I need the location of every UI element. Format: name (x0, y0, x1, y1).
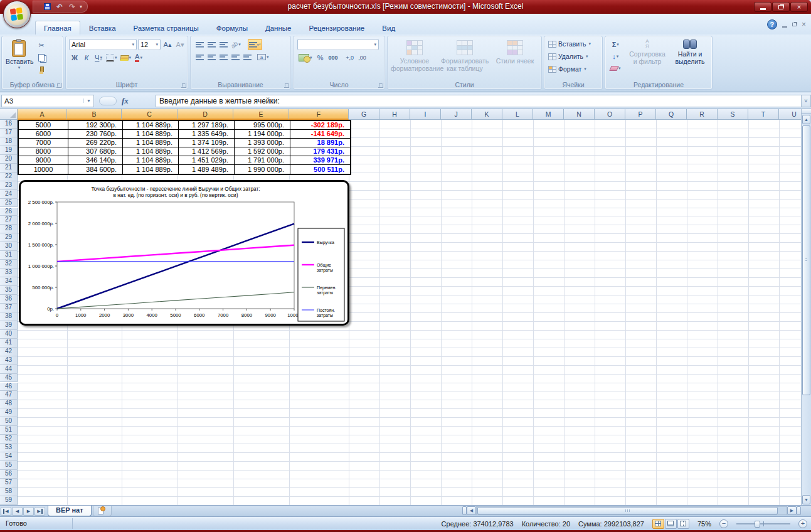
dialog-launcher-icon[interactable] (181, 83, 186, 88)
office-button[interactable] (3, 1, 31, 28)
number-format-combo[interactable]: ▾ (297, 39, 379, 50)
formula-input[interactable]: Введите данные в желтые ячейки: (156, 95, 801, 107)
row-header-31[interactable]: 31 (0, 251, 18, 260)
ribbon-tab-6[interactable]: Вид (373, 21, 404, 35)
row-header-55[interactable]: 55 (0, 461, 18, 470)
row-header-30[interactable]: 30 (0, 242, 18, 251)
column-header-P[interactable]: P (625, 109, 656, 120)
cell-B21[interactable]: 384 600р. (68, 165, 123, 174)
row-header-27[interactable]: 27 (0, 216, 18, 225)
insert-cells-button[interactable]: Вставить▾ (546, 38, 601, 50)
align-middle-button[interactable] (206, 39, 217, 50)
row-header-16[interactable]: 16 (0, 120, 18, 129)
conditional-formatting-button[interactable]: Условное форматирование (390, 38, 439, 82)
cell-D19[interactable]: 1 412 569р. (179, 147, 235, 156)
cell-F17[interactable]: -141 649р. (290, 130, 350, 139)
row-header-50[interactable]: 50 (0, 417, 18, 426)
sheet-tab-bep-nat[interactable]: BEP нат (48, 506, 92, 516)
cell-styles-button[interactable]: Стили ячеек (490, 38, 539, 82)
find-select-button[interactable]: Найти и выделить (671, 39, 709, 65)
row-header-57[interactable]: 57 (0, 479, 18, 487)
zoom-slider[interactable] (736, 519, 790, 528)
zoom-in-button[interactable]: + (798, 519, 807, 528)
align-left-button[interactable] (194, 51, 205, 63)
row-header-47[interactable]: 47 (0, 391, 18, 400)
scroll-left-button[interactable]: ◀ (467, 506, 476, 515)
vertical-scrollbar[interactable]: ▲ ▼ (801, 109, 811, 505)
column-header-E[interactable]: E (233, 109, 289, 120)
cell-C17[interactable]: 1 104 889р. (123, 130, 179, 139)
borders-button[interactable]: ▾ (105, 52, 119, 63)
row-header-39[interactable]: 39 (0, 321, 18, 330)
column-header-I[interactable]: I (410, 109, 441, 120)
fill-color-button[interactable]: ▾ (119, 52, 133, 63)
column-header-J[interactable]: J (441, 109, 472, 120)
delete-cells-button[interactable]: Удалить▾ (546, 50, 601, 63)
row-header-49[interactable]: 49 (0, 408, 18, 417)
cell-C18[interactable]: 1 104 889р. (123, 139, 179, 147)
select-all-corner[interactable] (0, 109, 18, 120)
row-header-48[interactable]: 48 (0, 400, 18, 408)
row-header-42[interactable]: 42 (0, 348, 18, 356)
vertical-scrollbar-thumb[interactable] (802, 125, 810, 395)
cell-E16[interactable]: 995 000р. (235, 121, 290, 130)
italic-button[interactable]: К (81, 52, 92, 63)
dialog-launcher-icon[interactable] (378, 83, 383, 88)
autosum-button[interactable]: Σ▾ (609, 39, 622, 50)
dialog-launcher-icon[interactable] (284, 83, 289, 88)
column-header-D[interactable]: D (178, 109, 233, 120)
cell-A18[interactable]: 7000 (19, 139, 68, 147)
column-header-N[interactable]: N (564, 109, 595, 120)
dialog-launcher-icon[interactable] (56, 83, 61, 88)
row-header-24[interactable]: 24 (0, 190, 18, 199)
page-layout-view-button[interactable] (665, 519, 677, 529)
row-header-43[interactable]: 43 (0, 356, 18, 365)
column-header-M[interactable]: M (533, 109, 564, 120)
row-header-19[interactable]: 19 (0, 146, 18, 155)
cut-button[interactable]: ✂ (36, 40, 47, 51)
undo-button[interactable]: ↶ (55, 2, 65, 11)
row-header-51[interactable]: 51 (0, 426, 18, 435)
format-cells-button[interactable]: Формат▾ (546, 63, 601, 75)
first-sheet-button[interactable]: ◀ (1, 507, 11, 516)
row-header-36[interactable]: 36 (0, 295, 18, 304)
last-sheet-button[interactable]: ▶ (34, 507, 45, 516)
cell-C21[interactable]: 1 104 889р. (123, 165, 179, 174)
row-header-20[interactable]: 20 (0, 155, 18, 164)
row-header-22[interactable]: 22 (0, 173, 18, 181)
cell-D20[interactable]: 1 451 029р. (179, 156, 235, 165)
row-header-25[interactable]: 25 (0, 199, 18, 208)
tab-split-handle[interactable] (462, 506, 467, 515)
minimize-button[interactable] (754, 2, 771, 12)
row-header-38[interactable]: 38 (0, 312, 18, 321)
row-header-41[interactable]: 41 (0, 339, 18, 348)
tab-split-handle[interactable] (797, 506, 801, 515)
cell-E20[interactable]: 1 791 000р. (235, 156, 290, 165)
underline-button[interactable]: Ч▾ (93, 52, 104, 63)
row-header-52[interactable]: 52 (0, 435, 18, 444)
column-header-Q[interactable]: Q (656, 109, 687, 120)
ribbon-tab-5[interactable]: Рецензирование (300, 21, 373, 35)
increase-indent-button[interactable] (241, 51, 253, 63)
cell-F20[interactable]: 339 971р. (290, 156, 350, 165)
cell-B19[interactable]: 307 680р. (68, 147, 123, 156)
cell-A17[interactable]: 6000 (19, 130, 68, 139)
column-header-B[interactable]: B (67, 109, 122, 120)
next-sheet-button[interactable]: ▶ (23, 507, 34, 516)
row-header-58[interactable]: 58 (0, 487, 18, 496)
row-header-33[interactable]: 33 (0, 269, 18, 277)
decrease-decimal-button[interactable]: ,00 (357, 52, 368, 63)
row-header-26[interactable]: 26 (0, 208, 18, 216)
row-header-37[interactable]: 37 (0, 304, 18, 312)
formula-bar-handle[interactable] (99, 97, 117, 105)
sort-filter-button[interactable]: АЯ Сортировка и фильтр (628, 39, 667, 65)
column-header-K[interactable]: K (472, 109, 502, 120)
cell-E19[interactable]: 1 592 000р. (235, 147, 290, 156)
cell-D17[interactable]: 1 335 649р. (179, 130, 235, 139)
zoom-out-button[interactable]: − (719, 519, 728, 528)
fill-button[interactable]: ↓▾ (609, 51, 622, 62)
paste-button[interactable]: Вставить ▾ (5, 38, 33, 81)
scroll-up-button[interactable]: ▲ (802, 115, 810, 124)
row-header-59[interactable]: 59 (0, 496, 18, 505)
spreadsheet-grid[interactable]: ABCDEFGHIJKLMNOPQRSTU 161718192021222324… (0, 109, 811, 505)
